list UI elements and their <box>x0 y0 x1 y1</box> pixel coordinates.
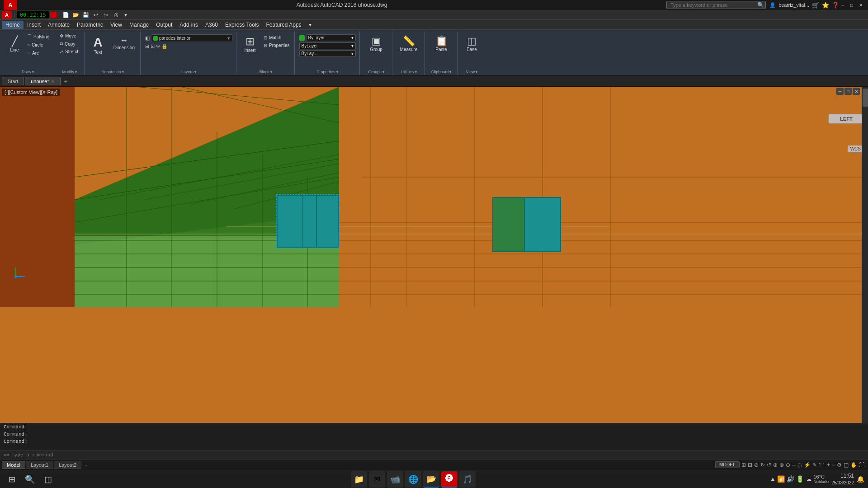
timer-stop-button[interactable] <box>50 12 57 18</box>
undo-button[interactable]: ↩ <box>91 11 100 19</box>
autocad-logo[interactable]: A <box>4 0 17 10</box>
circle-button[interactable]: ○ Circle <box>25 42 51 48</box>
new-file-button[interactable]: 📄 <box>61 11 71 19</box>
color-dropdown[interactable]: ByLayer▾ <box>306 34 356 41</box>
clipboard-group-label[interactable]: Clipboard ▾ <box>431 69 452 74</box>
menu-home[interactable]: Home <box>2 21 24 29</box>
otrack-icon[interactable]: ⊕ <box>773 462 778 468</box>
group-button[interactable]: ▣ Group <box>366 34 386 54</box>
grid-icon[interactable]: ⊞ <box>741 462 746 468</box>
taskbar-filemanager[interactable]: 📂 <box>423 471 439 488</box>
pan-icon[interactable]: ✋ <box>850 462 857 468</box>
cart-icon[interactable]: 🛒 <box>812 2 819 9</box>
viewport-scrollbar-right[interactable] <box>862 87 868 423</box>
command-input[interactable] <box>11 452 864 458</box>
new-tab-button[interactable]: + <box>61 76 71 86</box>
modify-group-label[interactable]: Modify ▾ <box>62 69 77 74</box>
base-view-button[interactable]: ◫ Base <box>462 34 482 54</box>
dyn-icon[interactable]: ⊙ <box>786 462 790 468</box>
annotation-group-label[interactable]: Annotation ▾ <box>102 69 124 74</box>
viewport-minimize-btn[interactable]: ─ <box>836 88 844 95</box>
dimension-button[interactable]: ↔ Dimension <box>111 34 137 52</box>
new-layout-tab-button[interactable]: + <box>82 461 90 469</box>
app-icon[interactable]: A <box>2 11 12 19</box>
text-button[interactable]: A Text <box>88 34 108 57</box>
uhouse-tab[interactable]: uhouse* ✕ <box>25 77 60 85</box>
search-input[interactable] <box>666 1 766 9</box>
properties-group-label[interactable]: Properties ▾ <box>317 69 338 74</box>
qa-dropdown-button[interactable]: ▾ <box>121 11 130 19</box>
notification-icon[interactable]: 🔔 <box>857 475 864 483</box>
menu-express[interactable]: Express Tools <box>222 21 262 29</box>
network-icon[interactable]: 📶 <box>777 475 785 483</box>
uhouse-tab-close[interactable]: ✕ <box>51 79 55 84</box>
lweight-icon[interactable]: ─ <box>792 462 796 468</box>
menu-annotate[interactable]: Annotate <box>44 21 73 29</box>
time-display[interactable]: 11:51 25/03/2022 <box>831 472 854 486</box>
zoom-out-icon[interactable]: − <box>832 462 835 468</box>
layout2-tab[interactable]: Layout2 <box>54 461 81 469</box>
zoom-in-icon[interactable]: + <box>827 462 830 468</box>
task-view-button[interactable]: ◫ <box>40 471 56 488</box>
viewport-maximize-btn[interactable]: □ <box>844 88 852 95</box>
ortho-icon[interactable]: ⊘ <box>754 462 759 468</box>
save-button[interactable]: 💾 <box>81 11 90 19</box>
measure-button[interactable]: 📏 Measure <box>397 34 420 54</box>
windows-search-button[interactable]: 🔍 <box>22 471 38 488</box>
menu-featured[interactable]: Featured Apps <box>263 21 305 29</box>
help-icon[interactable]: ❓ <box>832 2 839 9</box>
plot-button[interactable]: 🖨 <box>111 11 120 19</box>
polar-icon[interactable]: ↻ <box>760 462 765 468</box>
linetype-dropdown[interactable]: ByLayer▾ <box>299 42 356 49</box>
model-space-button[interactable]: MODEL <box>715 461 740 468</box>
draw-group-label[interactable]: Draw ▾ <box>22 69 34 74</box>
taskbar-edge[interactable]: 🌐 <box>405 471 421 488</box>
scrollbar-thumb-right[interactable] <box>863 89 868 107</box>
paste-button[interactable]: 📋 Paste <box>431 34 451 54</box>
copy-button[interactable]: ⧉ Copy <box>58 40 81 47</box>
qp-icon[interactable]: ⚡ <box>804 462 811 468</box>
close-button[interactable]: ✕ <box>857 1 864 9</box>
menu-addins[interactable]: Add-ins <box>176 21 202 29</box>
model-tab[interactable]: Model <box>2 461 25 469</box>
taskbar-teams[interactable]: 📹 <box>387 471 403 488</box>
taskbar-explorer[interactable]: 📁 <box>351 471 367 488</box>
snap-icon[interactable]: ⊟ <box>748 462 752 468</box>
start-tab[interactable]: Start <box>2 77 24 85</box>
menu-more[interactable]: ▾ <box>305 21 315 29</box>
star-icon[interactable]: ⭐ <box>822 2 829 9</box>
utilities-group-label[interactable]: Utilities ▾ <box>401 69 417 74</box>
view-group-label[interactable]: View ▾ <box>466 69 477 74</box>
menu-insert[interactable]: Insert <box>24 21 44 29</box>
maximize-button[interactable]: □ <box>848 1 855 9</box>
taskbar-mail[interactable]: ✉ <box>369 471 385 488</box>
redo-button[interactable]: ↪ <box>101 11 110 19</box>
layers-group-label[interactable]: Layers ▾ <box>181 69 196 74</box>
insert-button[interactable]: ⊞ Insert <box>240 34 260 55</box>
block-group-label[interactable]: Block ▾ <box>259 69 272 74</box>
taskbar-autocad[interactable]: 🅐 <box>441 471 458 488</box>
open-file-button[interactable]: 📂 <box>71 11 80 19</box>
ducs-icon[interactable]: ⊗ <box>779 462 784 468</box>
settings-icon[interactable]: ⚙ <box>837 462 842 468</box>
taskbar-media[interactable]: 🎵 <box>459 471 476 488</box>
match-props-button[interactable]: ⊡ Match <box>262 34 292 41</box>
move-button[interactable]: ✥ Move <box>58 33 81 39</box>
groups-group-label[interactable]: Groups ▾ <box>368 69 384 74</box>
menu-parametric[interactable]: Parametric <box>73 21 107 29</box>
minimize-button[interactable]: ─ <box>839 1 846 9</box>
battery-icon[interactable]: 🔋 <box>796 475 804 483</box>
view-cube-icon[interactable]: ◫ <box>844 462 849 468</box>
menu-manage[interactable]: Manage <box>126 21 152 29</box>
transparency-icon[interactable]: ◌ <box>797 462 802 468</box>
viewport-close-btn[interactable]: ✕ <box>853 88 860 95</box>
menu-view[interactable]: View <box>107 21 126 29</box>
layer-selector[interactable]: paredes interior ▾ <box>151 34 232 42</box>
tray-up-icon[interactable]: ▲ <box>770 476 776 482</box>
osnap-icon[interactable]: ↺ <box>767 462 771 468</box>
match-props2-button[interactable]: ⊟ Properties <box>262 42 292 49</box>
sc-icon[interactable]: ✎ <box>812 462 817 468</box>
stretch-button[interactable]: ⤢ Stretch <box>58 48 81 55</box>
menu-a360[interactable]: A360 <box>202 21 222 29</box>
wcs-label[interactable]: WCS <box>848 145 863 152</box>
